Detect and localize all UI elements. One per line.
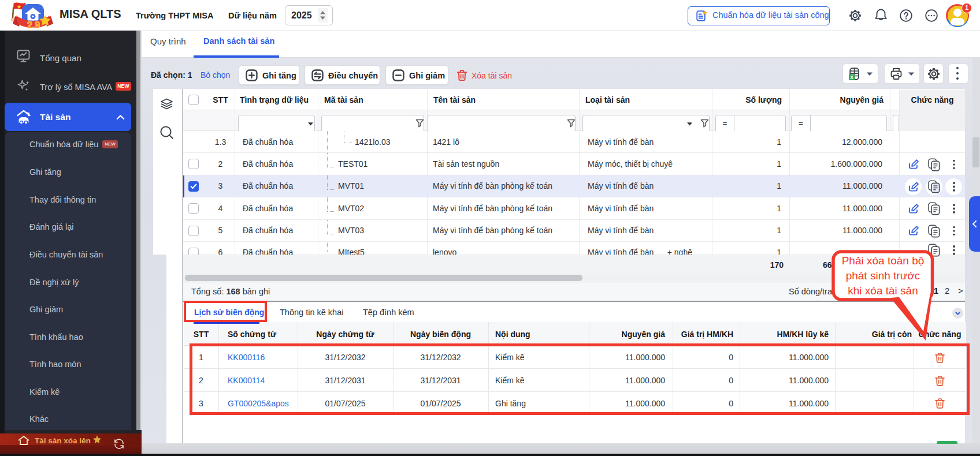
svg-text:2.9: 2.9 <box>27 20 40 30</box>
svg-text:khi xóa tài sản: khi xóa tài sản <box>848 285 918 297</box>
svg-text:Phải xóa toàn bộ: Phải xóa toàn bộ <box>842 255 925 267</box>
svg-text:phát sinh trước: phát sinh trước <box>846 270 920 282</box>
svg-text:X: X <box>850 74 853 80</box>
